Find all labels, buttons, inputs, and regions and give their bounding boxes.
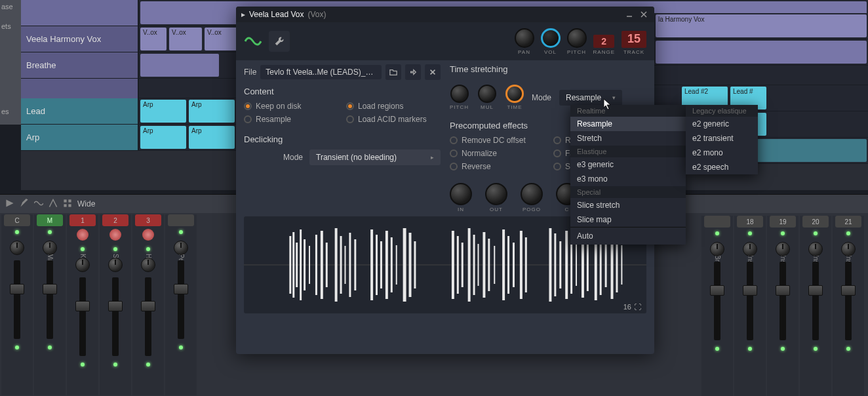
sampler-wave-icon[interactable] bbox=[244, 32, 262, 50]
dropdown-item-e2transient[interactable]: e2 transient bbox=[686, 131, 758, 146]
wave-icon[interactable] bbox=[34, 199, 43, 210]
channel-mute-led[interactable] bbox=[715, 347, 719, 351]
channel-led[interactable] bbox=[15, 230, 19, 234]
channel-number[interactable] bbox=[168, 214, 194, 226]
channel-fader[interactable] bbox=[145, 277, 151, 356]
channel-pan-knob[interactable] bbox=[776, 242, 790, 256]
ts-mul-knob[interactable]: MUL bbox=[478, 85, 496, 110]
audio-clip[interactable]: la Harmony Vox bbox=[656, 14, 867, 37]
channel-fader[interactable] bbox=[14, 260, 20, 339]
dropdown-item-e2speech[interactable]: e2 speech bbox=[686, 160, 758, 174]
dropdown-item-auto[interactable]: Auto bbox=[570, 228, 686, 245]
channel-number[interactable]: C bbox=[4, 214, 30, 226]
pitch-knob[interactable]: PITCH bbox=[567, 28, 587, 55]
mixer-channel[interactable]: MMaster bbox=[34, 214, 66, 395]
channel-fader[interactable] bbox=[47, 260, 53, 339]
dropdown-item-e2mono[interactable]: e2 mono bbox=[686, 146, 758, 160]
file-name-field[interactable]: Tevlo ft Veela..Me (LEADS)_4.wav bbox=[260, 65, 382, 79]
channel-fader[interactable] bbox=[714, 262, 720, 340]
channel-fader[interactable] bbox=[779, 262, 786, 340]
brush-icon[interactable] bbox=[20, 199, 29, 210]
track-header[interactable]: Arp bbox=[21, 125, 139, 150]
locate-button[interactable] bbox=[405, 64, 421, 80]
remove-dc-radio[interactable]: Remove DC offset bbox=[450, 136, 543, 145]
grid-icon[interactable] bbox=[63, 199, 72, 210]
channel-number[interactable]: 2 bbox=[102, 214, 128, 226]
expand-icon[interactable]: ⛶ bbox=[634, 303, 641, 311]
channel-number[interactable]: 3 bbox=[135, 214, 161, 226]
channel-number[interactable]: 18 bbox=[737, 216, 763, 228]
audio-clip[interactable]: V..ox bbox=[205, 28, 237, 50]
minimize-button[interactable] bbox=[624, 9, 635, 20]
declick-mode-select[interactable]: Transient (no bleeding) ▸ bbox=[309, 149, 441, 165]
ts-mode-select[interactable]: Resample ▾ bbox=[559, 90, 622, 106]
dialog-titlebar[interactable]: ▸ Veela Lead Vox (Vox) bbox=[236, 7, 654, 22]
channel-fader[interactable] bbox=[845, 262, 852, 340]
dropdown-item-e3mono[interactable]: e3 mono bbox=[570, 172, 686, 186]
track-header[interactable]: Veela Harmony Vox bbox=[21, 26, 139, 52]
channel-number[interactable] bbox=[704, 216, 730, 228]
channel-mute-led[interactable] bbox=[113, 363, 117, 366]
audio-clip[interactable]: V..ox bbox=[140, 28, 167, 50]
channel-led[interactable] bbox=[113, 247, 117, 251]
mixer-channel[interactable]: 1Kick bbox=[67, 214, 98, 395]
mixer-view-label[interactable]: Wide bbox=[77, 199, 95, 208]
resample-radio[interactable]: Resample bbox=[244, 115, 338, 124]
dropdown-item-slicestretch[interactable]: Slice stretch bbox=[570, 198, 686, 212]
load-acid-radio[interactable]: Load ACID markers bbox=[346, 115, 441, 124]
channel-mute-led[interactable] bbox=[814, 347, 818, 351]
clear-file-button[interactable] bbox=[425, 64, 441, 80]
channel-number[interactable]: 20 bbox=[802, 216, 829, 228]
mixer-channel[interactable]: 20Insert 101 bbox=[800, 216, 831, 396]
mixer-channel[interactable]: 18Insert 18 bbox=[734, 216, 766, 396]
channel-pan-knob[interactable] bbox=[808, 242, 823, 256]
keep-on-disk-radio[interactable]: Keep on disk bbox=[244, 102, 338, 111]
channel-pan-knob[interactable] bbox=[710, 242, 724, 256]
channel-pan-knob[interactable] bbox=[743, 242, 757, 256]
channel-led[interactable] bbox=[748, 231, 752, 235]
channel-fader[interactable] bbox=[178, 260, 184, 339]
range-display[interactable]: 2RANGE bbox=[593, 35, 615, 55]
channel-mute-led[interactable] bbox=[179, 346, 183, 349]
channel-led[interactable] bbox=[48, 230, 52, 234]
load-regions-radio[interactable]: Load regions bbox=[346, 102, 441, 111]
pattern-clip[interactable]: Arp bbox=[140, 100, 186, 123]
ts-time-knob[interactable]: TIME bbox=[505, 85, 524, 110]
audio-clip[interactable] bbox=[656, 41, 867, 64]
channel-pan-knob[interactable] bbox=[43, 241, 57, 255]
dropdown-item-e3generic[interactable]: e3 generic bbox=[570, 157, 686, 172]
channel-number[interactable]: 19 bbox=[770, 216, 796, 228]
channel-pan-knob[interactable] bbox=[174, 241, 188, 255]
channel-fader[interactable] bbox=[747, 262, 753, 340]
channel-led[interactable] bbox=[846, 231, 850, 235]
pattern-clip[interactable]: Arp bbox=[189, 100, 235, 123]
normalize-radio[interactable]: Normalize bbox=[450, 149, 543, 158]
mixer-channel[interactable]: C bbox=[1, 214, 33, 395]
track-header[interactable]: Lead bbox=[21, 98, 139, 124]
track-header[interactable] bbox=[21, 0, 139, 26]
mixer-channel[interactable]: 3Hats bbox=[132, 214, 164, 395]
pattern-clip[interactable]: Arp bbox=[140, 126, 186, 149]
channel-led[interactable] bbox=[715, 231, 719, 235]
mixer-channel[interactable]: Breaths bbox=[701, 216, 733, 396]
channel-led[interactable] bbox=[179, 230, 183, 234]
arrow-icon[interactable] bbox=[49, 199, 58, 210]
chevron-right-icon[interactable]: ▸ bbox=[241, 10, 245, 19]
channel-pan-knob[interactable] bbox=[10, 241, 24, 255]
channel-fader[interactable] bbox=[812, 262, 819, 340]
ts-pitch-knob[interactable]: PITCH bbox=[450, 85, 469, 110]
dropdown-item-slicemap[interactable]: Slice map bbox=[570, 212, 686, 227]
out-knob[interactable]: OUT bbox=[485, 183, 507, 212]
dropdown-item-e2generic[interactable]: e2 generic bbox=[686, 117, 758, 131]
play-icon[interactable] bbox=[5, 199, 14, 210]
channel-pan-knob[interactable] bbox=[141, 258, 155, 272]
channel-pan-knob[interactable] bbox=[75, 258, 90, 272]
channel-mute-led[interactable] bbox=[846, 347, 850, 351]
channel-led[interactable] bbox=[81, 247, 85, 251]
channel-led[interactable] bbox=[146, 247, 150, 251]
close-button[interactable] bbox=[639, 9, 649, 20]
in-knob[interactable]: IN bbox=[450, 183, 472, 212]
channel-number[interactable]: 21 bbox=[835, 216, 861, 228]
stretch-mode-dropdown-col2[interactable]: Legacy elastique e2 generic e2 transient… bbox=[686, 105, 758, 174]
channel-led[interactable] bbox=[781, 231, 785, 235]
